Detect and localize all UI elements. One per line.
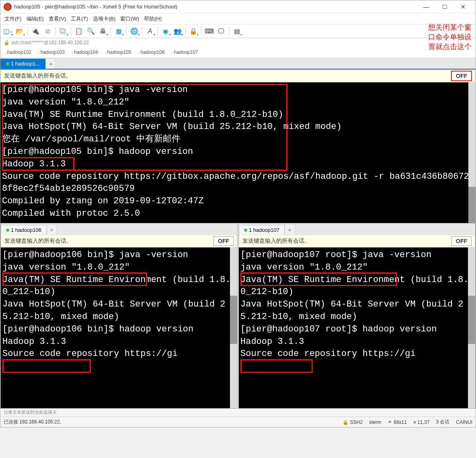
color-icon[interactable]: ◉ — [160, 26, 171, 37]
menu-edit[interactable]: 编辑(E) — [24, 14, 46, 24]
pane-tab-107[interactable]: 1 hadoop107 — [239, 225, 285, 235]
pane-106-add-tab[interactable]: + — [47, 224, 57, 235]
lock-small-icon: 🔒 — [4, 40, 10, 45]
disconnect-icon[interactable]: ⊘ — [42, 26, 53, 37]
session-tab-103[interactable]: ▫hadoop103 — [35, 48, 68, 56]
pane-106: 1 hadoop106 + 发送键盘输入的所有会话。 OFF [pier@had… — [0, 223, 238, 409]
session-tab-106[interactable]: ▫hadoop106 — [135, 48, 168, 56]
pane-107: 1 hadoop107 + 发送键盘输入的所有会话。 OFF [pier@had… — [238, 223, 476, 409]
main-tab-bar: 1 hadoop1... + — [0, 57, 476, 70]
app-icon — [4, 3, 12, 11]
window-title: hadoop105 - pier@hadoop105:~/bin - Xshel… — [14, 4, 417, 10]
terminal-107[interactable]: [pier@hadoop107 root]$ java -version jav… — [239, 247, 475, 408]
users-icon[interactable]: 👥 — [172, 26, 183, 37]
close-button[interactable]: ✕ — [454, 1, 472, 12]
font-icon[interactable]: A — [144, 26, 156, 37]
status-ssh: 🔒 SSH2 — [343, 419, 363, 425]
menu-tabs[interactable]: 选项卡(B) — [90, 14, 118, 24]
status-pos: ≡ 11,37 — [413, 419, 429, 425]
broadcast-off-button[interactable]: OFF — [451, 71, 472, 81]
screen-icon[interactable]: 🖵 — [215, 26, 227, 37]
lock-icon[interactable]: 🔒 — [188, 26, 199, 37]
menu-file[interactable]: 文件(F) — [2, 14, 24, 24]
menubar: 文件(F) 编辑(E) 查看(V) 工具(T) 选项卡(B) 窗口(W) 帮助(… — [0, 13, 476, 25]
status-sessions: 3 会话 — [436, 419, 449, 425]
scrollbar-106[interactable] — [230, 247, 237, 408]
session-tab-104[interactable]: ▫hadoop104 — [69, 48, 101, 56]
search-icon[interactable]: 🔍 — [85, 26, 96, 37]
status-note: 仅将文本发送到当前选项卡 — [0, 409, 476, 417]
reconnect-icon[interactable]: 🔌 — [30, 26, 41, 37]
menu-tools[interactable]: 工具(T) — [68, 14, 90, 24]
session-tab-107[interactable]: ▫hadoop107 — [169, 48, 201, 56]
copy-icon[interactable]: ⿻ — [57, 26, 69, 37]
titlebar: hadoop105 - pier@hadoop105:~/bin - Xshel… — [0, 0, 476, 13]
terminal-105[interactable]: [pier@hadoop105 bin]$ java -version java… — [0, 82, 476, 223]
session-tab-105[interactable]: ▫hadoop105 — [102, 48, 135, 56]
main-tab-active[interactable]: 1 hadoop1... — [0, 59, 45, 69]
keyboard-icon[interactable]: ⌨ — [203, 26, 215, 37]
globe-icon[interactable]: 🌐 — [129, 26, 140, 37]
menu-help[interactable]: 帮助(H) — [142, 14, 164, 24]
address-text: ssh://root:******@192.168.40.105:22 — [11, 40, 89, 45]
scrollbar-105[interactable] — [468, 82, 476, 223]
menu-view[interactable]: 查看(V) — [46, 14, 68, 24]
status-term: xterm — [369, 419, 381, 425]
terminal-106[interactable]: [pier@hadoop106 bin]$ java -version java… — [1, 247, 237, 408]
statusbar: 已连接 192.168.40.105:22。 🔒 SSH2 xterm ⫩ 68… — [0, 417, 476, 427]
grid-icon[interactable]: ▤ — [231, 26, 242, 37]
layout-icon[interactable]: ▦ — [113, 26, 124, 37]
scrollbar-107[interactable] — [468, 247, 475, 408]
broadcast-text: 发送键盘输入的所有会话。 — [4, 72, 451, 80]
status-size: ⫩ 68x11 — [388, 419, 407, 425]
pane-tab-106[interactable]: 1 hadoop106 — [1, 225, 47, 235]
pane-107-add-tab[interactable]: + — [285, 224, 295, 235]
toolbar: ◫₊ 📂 🔌 ⊘ ⿻ 📋 🔍 🖶 ▦ 🌐 A ◉ 👥 🔒 ⌨ 🖵 ▤ 想关闭某个… — [0, 25, 476, 38]
address-bar[interactable]: 🔒 ssh://root:******@192.168.40.105:22 — [0, 38, 476, 47]
minimize-button[interactable]: — — [417, 1, 435, 12]
session-tabs: ▫hadoop102 ▫hadoop103 ▫hadoop104 ▫hadoop… — [0, 47, 476, 57]
maximize-button[interactable]: ☐ — [435, 1, 454, 12]
open-icon[interactable]: 📂 — [14, 26, 25, 37]
broadcast-text-106: 发送键盘输入的所有会话。 — [4, 237, 213, 245]
status-ime: CAINUI — [456, 419, 472, 425]
status-connection: 已连接 192.168.40.105:22。 — [4, 419, 64, 425]
print-icon[interactable]: 🖶 — [97, 26, 109, 37]
broadcast-bar: 发送键盘输入的所有会话。 OFF — [0, 70, 476, 82]
session-tab-102[interactable]: ▫hadoop102 — [2, 48, 35, 56]
new-session-icon[interactable]: ◫₊ — [2, 26, 13, 37]
add-tab-button[interactable]: + — [45, 58, 56, 69]
broadcast-text-107: 发送键盘输入的所有会话。 — [242, 237, 451, 245]
broadcast-off-107[interactable]: OFF — [451, 236, 472, 246]
annotation-text: 想关闭某个窗 口命令单独设 置就点击这个 — [428, 22, 472, 51]
properties-icon[interactable]: 📋 — [73, 26, 84, 37]
menu-window[interactable]: 窗口(W) — [118, 14, 142, 24]
broadcast-off-106[interactable]: OFF — [213, 236, 234, 246]
